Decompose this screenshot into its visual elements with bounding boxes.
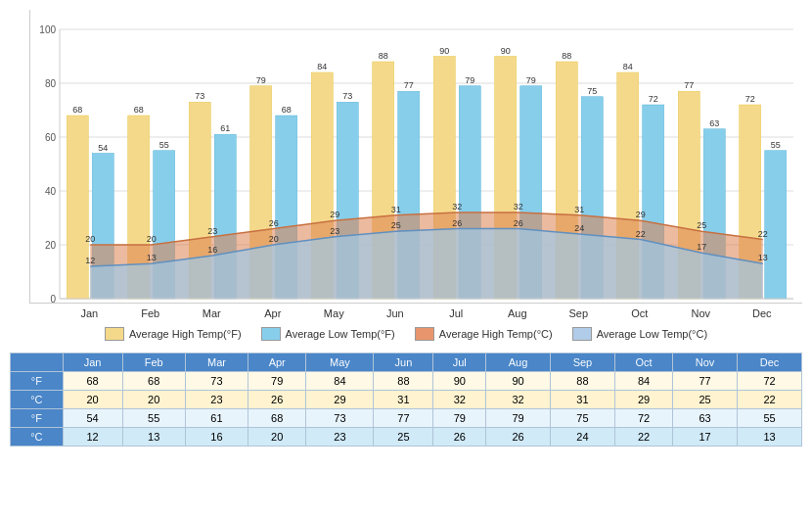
legend-color-0	[105, 327, 124, 341]
table-cell: 88	[550, 372, 614, 391]
table-cell: 84	[614, 372, 672, 391]
table-row-label-2: °F	[11, 409, 64, 428]
table-cell: 26	[248, 391, 306, 409]
table-header-4: Apr	[248, 353, 306, 372]
table-cell: 75	[550, 409, 614, 428]
table-cell: 26	[433, 428, 486, 447]
x-label-aug: Aug	[487, 307, 549, 319]
table-cell: 13	[738, 428, 802, 447]
x-label-jul: Jul	[426, 307, 487, 319]
x-label-dec: Dec	[732, 307, 793, 319]
legend: Average High Temp(°F)Average Low Temp(°F…	[10, 319, 802, 349]
table-cell: 25	[673, 391, 738, 409]
table-cell: 68	[122, 372, 185, 391]
table-cell: 20	[122, 391, 185, 409]
table-cell: 55	[122, 409, 185, 428]
x-label-feb: Feb	[120, 307, 182, 319]
table-cell: 61	[185, 409, 248, 428]
x-label-jan: Jan	[59, 307, 120, 319]
y-axis-label	[10, 10, 29, 304]
table-header-11: Nov	[673, 353, 738, 372]
x-label-apr: Apr	[243, 307, 304, 319]
legend-item-2: Average High Temp(°C)	[415, 327, 553, 341]
table-row-label-3: °C	[11, 428, 64, 447]
table-cell: 90	[486, 372, 551, 391]
table-cell: 54	[63, 409, 122, 428]
table-cell: 22	[738, 391, 802, 409]
table-cell: 32	[433, 391, 486, 409]
legend-label-2: Average High Temp(°C)	[439, 328, 553, 340]
table-cell: 73	[306, 409, 374, 428]
table-cell: 32	[486, 391, 551, 409]
table-row-label-0: °F	[11, 372, 64, 391]
table-cell: 25	[374, 428, 433, 447]
table-cell: 90	[433, 372, 486, 391]
table-cell: 72	[738, 372, 802, 391]
table-header-12: Dec	[738, 353, 802, 372]
legend-color-1	[261, 327, 281, 341]
table-row: °F686873798488909088847772	[11, 372, 802, 391]
table-cell: 26	[486, 428, 551, 447]
table-header-0	[11, 353, 64, 372]
legend-item-3: Average Low Temp(°C)	[572, 327, 707, 341]
table-cell: 13	[122, 428, 185, 447]
table-cell: 31	[550, 391, 614, 409]
table-cell: 55	[738, 409, 802, 428]
table-row: °F545561687377797975726355	[11, 409, 802, 428]
table-cell: 16	[185, 428, 248, 447]
table-cell: 31	[374, 391, 433, 409]
table-cell: 73	[185, 372, 248, 391]
table-header-7: Jul	[433, 353, 486, 372]
x-axis-labels: JanFebMarAprMayJunJulAugSepOctNovDec	[59, 304, 802, 319]
x-label-jun: Jun	[365, 307, 427, 319]
table-header-3: Mar	[185, 353, 248, 372]
x-label-oct: Oct	[609, 307, 671, 319]
table-cell: 84	[306, 372, 374, 391]
table-row: °C121316202325262624221713	[11, 428, 802, 447]
legend-color-2	[415, 327, 434, 341]
table-cell: 79	[486, 409, 551, 428]
legend-label-0: Average High Temp(°F)	[129, 328, 242, 340]
table-cell: 72	[614, 409, 672, 428]
x-label-nov: Nov	[670, 307, 732, 319]
data-table: JanFebMarAprMayJunJulAugSepOctNovDec°F68…	[10, 353, 802, 447]
table-cell: 12	[63, 428, 122, 447]
table-cell: 22	[614, 428, 672, 447]
table-cell: 29	[614, 391, 672, 409]
table-cell: 88	[374, 372, 433, 391]
table-header-5: May	[306, 353, 374, 372]
table-header-2: Feb	[122, 353, 185, 372]
table-cell: 17	[673, 428, 738, 447]
table-cell: 23	[306, 428, 374, 447]
table-row-label-1: °C	[11, 391, 64, 409]
chart-inner	[29, 10, 802, 304]
x-label-may: May	[303, 307, 365, 319]
table-cell: 68	[248, 409, 306, 428]
chart-container: JanFebMarAprMayJunJulAugSepOctNovDec Ave…	[0, 0, 812, 447]
table-header-6: Jun	[374, 353, 433, 372]
table-cell: 68	[63, 372, 122, 391]
table-header-8: Aug	[486, 353, 551, 372]
table-cell: 63	[673, 409, 738, 428]
table-header-9: Sep	[550, 353, 614, 372]
legend-item-1: Average Low Temp(°F)	[261, 327, 395, 341]
legend-item-0: Average High Temp(°F)	[105, 327, 242, 341]
table-cell: 29	[306, 391, 374, 409]
legend-label-1: Average Low Temp(°F)	[286, 328, 395, 340]
legend-color-3	[572, 327, 592, 341]
table-cell: 77	[374, 409, 433, 428]
table-cell: 77	[673, 372, 738, 391]
table-header-1: Jan	[63, 353, 122, 372]
table-header-10: Oct	[614, 353, 672, 372]
table-cell: 79	[433, 409, 486, 428]
table-cell: 23	[185, 391, 248, 409]
legend-label-3: Average Low Temp(°C)	[597, 328, 707, 340]
table-cell: 79	[248, 372, 306, 391]
table-cell: 24	[550, 428, 614, 447]
chart-canvas	[30, 10, 803, 304]
table-cell: 20	[63, 391, 122, 409]
table-cell: 20	[248, 428, 306, 447]
x-label-sep: Sep	[548, 307, 609, 319]
x-label-mar: Mar	[181, 307, 243, 319]
table-row: °C202023262931323231292522	[11, 391, 802, 409]
